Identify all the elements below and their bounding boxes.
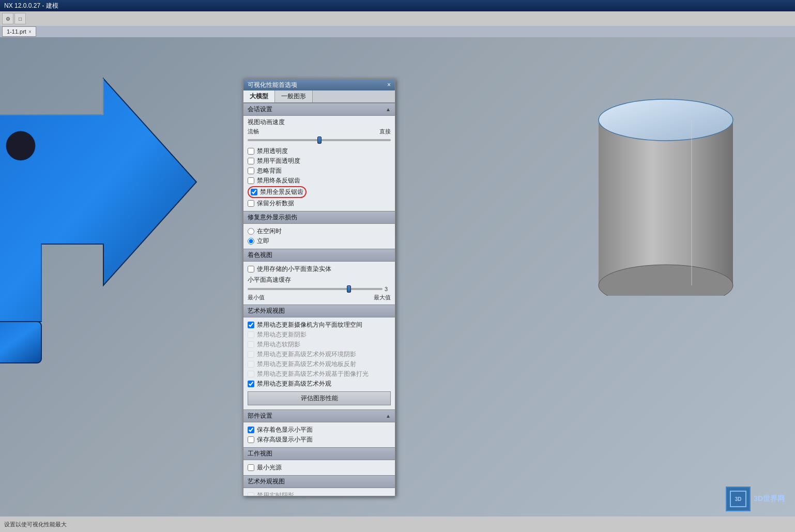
dialog-title-text: 可视化性能首选项	[248, 81, 297, 89]
checkbox-disable-transparency-label: 禁用透明度	[257, 147, 288, 156]
checkbox-disable-image-lighting-input[interactable]	[248, 371, 254, 377]
checkbox-use-stored-facets-label: 使用存储的小平面查染实体	[257, 265, 331, 273]
viewport: 3D 3D世界网 可视化性能首选项 × 大模型 一般图形 会话设置 ▲ 视图动画…	[0, 37, 795, 516]
checkbox-disable-soft-shadow-input[interactable]	[248, 341, 254, 348]
tab-general-graphics[interactable]: 一般图形	[275, 90, 313, 102]
checkbox-disable-dynamic-shadow[interactable]: 禁用动态更新阴影	[248, 330, 391, 339]
checkbox-disable-realtime-shadow[interactable]: 禁用实时阴影	[248, 491, 391, 496]
checkbox-use-stored-facets[interactable]: 使用存储的小平面查染实体	[248, 265, 391, 273]
checkbox-ignore-backface[interactable]: 忽略背面	[248, 166, 391, 175]
dialog-close-button[interactable]: ×	[387, 81, 391, 88]
checkbox-disable-advanced-artistic-input[interactable]	[248, 381, 254, 387]
checkbox-disable-line-antialiasing[interactable]: 禁用终条反锯齿	[248, 176, 391, 185]
checkbox-disable-dynamic-texture-input[interactable]	[248, 322, 254, 328]
checkbox-min-lights[interactable]: 最小光源	[248, 463, 391, 472]
section-body-repair: 在空闲时 立即	[243, 224, 395, 249]
radio-on-idle[interactable]: 在空闲时	[248, 227, 391, 236]
facet-cache-label: 小平面高速缓存	[248, 276, 391, 284]
checkbox-min-lights-input[interactable]	[248, 464, 254, 471]
checkbox-disable-floor-reflection[interactable]: 禁用动态更新高级艺术外观地板反射	[248, 360, 391, 369]
checkbox-disable-advanced-artistic-label: 禁用动态更新高级艺术外观	[257, 379, 331, 388]
section-arrow-parts: ▲	[386, 413, 391, 419]
section-label-session: 会话设置	[248, 105, 272, 114]
radio-immediate-label: 立即	[257, 237, 269, 246]
tab-bar: 1-11.prt ×	[0, 26, 795, 37]
checkbox-disable-soft-shadow[interactable]: 禁用动态软阴影	[248, 340, 391, 349]
radio-immediate-input[interactable]	[248, 238, 254, 245]
checkbox-disable-env-shadow-input[interactable]	[248, 351, 254, 358]
checkbox-use-stored-facets-input[interactable]	[248, 266, 254, 272]
tab-file-label: 1-11.prt	[7, 28, 26, 35]
section-body-artistic: 禁用动态更新摄像机方向平面纹理空间 禁用动态更新阴影 禁用动态软阴影 禁用动态更…	[243, 317, 395, 409]
toolbar-btn-1[interactable]: ⚙	[2, 13, 13, 24]
blue-3d-part	[0, 37, 248, 399]
tab-close-icon[interactable]: ×	[28, 29, 32, 35]
checkbox-disable-dynamic-shadow-label: 禁用动态更新阴影	[257, 330, 307, 339]
checkbox-disable-env-shadow-label: 禁用动态更新高级艺术外观环境阴影	[257, 350, 356, 359]
section-header-artistic[interactable]: 艺术外观视图	[243, 305, 395, 317]
checkbox-disable-realtime-shadow-input[interactable]	[248, 492, 254, 496]
watermark-box: 3D	[726, 487, 751, 511]
radio-on-idle-input[interactable]	[248, 228, 254, 235]
svg-rect-1	[0, 322, 41, 363]
status-bar-text: 设置以使可视化性能最大	[4, 521, 67, 528]
checkbox-disable-transparency-input[interactable]	[248, 148, 254, 155]
facet-cache-max-label: 最大值	[374, 294, 391, 301]
section-header-work[interactable]: 工作视图	[243, 447, 395, 460]
tab-file[interactable]: 1-11.prt ×	[2, 26, 36, 37]
svg-point-0	[6, 131, 35, 160]
slider-max-label: 直接	[379, 128, 391, 135]
tab-large-model[interactable]: 大模型	[243, 90, 275, 102]
section-body-work: 最小光源	[243, 460, 395, 475]
dialog-visualization: 可视化性能首选项 × 大模型 一般图形 会话设置 ▲ 视图动画速度 流畅 直接	[243, 79, 395, 496]
watermark: 3D 3D世界网	[726, 487, 785, 511]
radio-immediate[interactable]: 立即	[248, 237, 391, 246]
checkbox-disable-full-antialiasing[interactable]: 禁用全景反锯齿	[248, 186, 391, 198]
checkbox-disable-plane-transparency[interactable]: 禁用平面透明度	[248, 157, 391, 165]
section-header-session[interactable]: 会话设置 ▲	[243, 103, 395, 116]
checkbox-disable-transparency[interactable]: 禁用透明度	[248, 147, 391, 156]
checkbox-preserve-analysis-data-input[interactable]	[248, 200, 254, 207]
section-header-shading[interactable]: 着色视图	[243, 249, 395, 262]
checkbox-disable-soft-shadow-label: 禁用动态软阴影	[257, 340, 300, 349]
status-bar: 设置以使可视化性能最大	[0, 516, 795, 532]
toolbar-btn-2[interactable]: □	[14, 13, 26, 24]
checkbox-disable-line-antialiasing-label: 禁用终条反锯齿	[257, 176, 300, 185]
checkbox-save-advanced-facets-input[interactable]	[248, 436, 254, 443]
svg-rect-2	[599, 120, 733, 285]
checkbox-disable-env-shadow[interactable]: 禁用动态更新高级艺术外观环境阴影	[248, 350, 391, 359]
checkbox-preserve-analysis-data[interactable]: 保留分析数据	[248, 199, 391, 208]
dialog-tabs: 大模型 一般图形	[243, 90, 395, 103]
section-arrow-session: ▲	[386, 107, 391, 112]
section-label-artistic2: 艺术外观视图	[248, 477, 285, 486]
checkbox-disable-full-antialiasing-input[interactable]	[251, 189, 257, 195]
checkbox-disable-line-antialiasing-input[interactable]	[248, 177, 254, 184]
checkbox-save-advanced-facets[interactable]: 保存高级显示小平面	[248, 435, 391, 444]
facet-cache-value: 3	[385, 286, 391, 292]
section-body-shading: 使用存储的小平面查染实体 小平面高速缓存 3 最小值 最大值	[243, 262, 395, 305]
checkbox-disable-advanced-artistic[interactable]: 禁用动态更新高级艺术外观	[248, 379, 391, 388]
facet-cache-slider[interactable]	[248, 285, 383, 293]
slider-labels-animation: 流畅 直接	[248, 128, 391, 135]
checkbox-disable-dynamic-texture[interactable]: 禁用动态更新摄像机方向平面纹理空间	[248, 321, 391, 329]
toolbar: ⚙ □	[0, 11, 795, 26]
checkbox-disable-dynamic-shadow-input[interactable]	[248, 331, 254, 338]
checkbox-disable-floor-reflection-input[interactable]	[248, 361, 254, 368]
checkbox-save-shading-facets-input[interactable]	[248, 427, 254, 433]
slider-animation[interactable]	[248, 136, 391, 144]
checkbox-disable-plane-transparency-input[interactable]	[248, 158, 254, 164]
section-body-parts: 保存着色显示小平面 保存高级显示小平面	[243, 422, 395, 447]
checkbox-disable-image-lighting[interactable]: 禁用动态更新高级艺术外观基于图像打光	[248, 370, 391, 378]
evaluate-performance-button[interactable]: 评估图形性能	[248, 391, 391, 405]
section-header-parts[interactable]: 部件设置 ▲	[243, 409, 395, 422]
facet-cache-min-label: 最小值	[248, 294, 265, 301]
checkbox-save-shading-facets[interactable]: 保存着色显示小平面	[248, 425, 391, 434]
watermark-text: 3D世界网	[754, 494, 785, 504]
section-label-repair: 修复意外显示损伤	[248, 213, 297, 222]
section-header-artistic2[interactable]: 艺术外观视图	[243, 475, 395, 488]
checkbox-disable-dynamic-texture-label: 禁用动态更新摄像机方向平面纹理空间	[257, 321, 362, 329]
facet-cache-slider-labels: 最小值 最大值	[248, 294, 391, 301]
section-header-repair[interactable]: 修复意外显示损伤	[243, 211, 395, 224]
checkbox-disable-image-lighting-label: 禁用动态更新高级艺术外观基于图像打光	[257, 370, 369, 378]
checkbox-ignore-backface-input[interactable]	[248, 168, 254, 174]
